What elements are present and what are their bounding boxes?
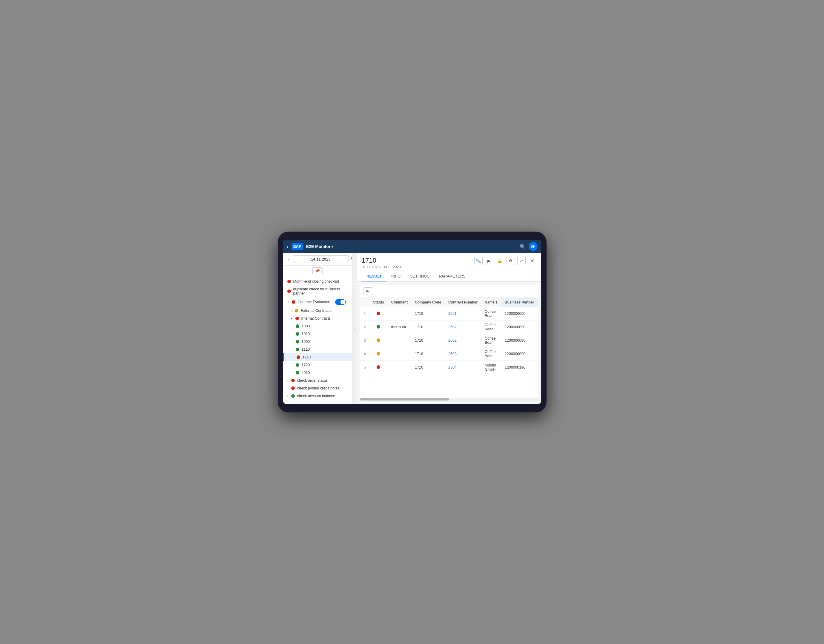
content-area: 1710 01.11.2023 - 30.11.2023 🔍 ▶ 🔓 ⚙ ⤢ ✕ [357,253,541,404]
col-company-code[interactable]: Company Code [411,298,445,307]
cell-name1: Coffee Bean [481,347,501,361]
col-business-partner[interactable]: Business Partner [501,298,538,307]
sidebar-item-check-order[interactable]: › check order status [283,377,352,384]
col-status[interactable]: Status [369,298,387,307]
col-contract-number[interactable]: Contract Number [445,298,481,307]
sidebar-collapse-button[interactable]: › [352,253,357,404]
cell-business-partner: 1200000090 [501,347,538,361]
tab-info[interactable]: INFO [386,271,405,281]
sidebar-item-contract-eval[interactable]: ▾ Contract Evaluation [283,297,352,307]
contract-eval-toggle[interactable] [335,299,346,305]
col-name1[interactable]: Name 1 [481,298,501,307]
data-table: Status Comment Company Code Contract Num… [360,298,538,374]
sidebar-item-internal-contracts[interactable]: ▾ Internal Contracts [283,314,352,322]
lock-button[interactable]: 🔓 [496,257,504,265]
table-row[interactable]: 2 that is ok 1710 2502 Coffee Bean 12000… [360,320,538,334]
table-row[interactable]: 4 1710 2503 Coffee Bean 1200000090 [360,347,538,361]
calendar-icon[interactable]: 📅 [351,257,352,262]
status-dot [296,332,299,336]
status-dot [287,290,291,293]
expand-button[interactable]: ⤢ [517,257,526,265]
contract-number-link[interactable]: 2502 [448,339,457,343]
search-button[interactable]: 🔍 [474,257,483,265]
contract-number-link[interactable]: 2503 [448,352,457,356]
scrollbar-thumb[interactable] [360,398,449,400]
content-header-top: 1710 01.11.2023 - 30.11.2023 🔍 ▶ 🔓 ⚙ ⤢ ✕ [362,257,536,269]
chevron-right-icon: › [287,394,288,398]
cell-business-partner: 1200000090 [501,307,538,320]
shell-bar-right: 🔍 SH [520,242,538,251]
sidebar-item-1110[interactable]: 1110 [283,346,352,353]
sidebar-item-label: 1720 [302,363,310,367]
sidebar-item-1010[interactable]: 1010 [283,330,352,338]
shell-bar-left: ‹ SAP E2E Monitor ▾ [287,243,517,250]
pin-button[interactable]: 📌 [312,267,323,274]
chevron-right-icon: › [291,309,292,313]
status-dot [377,311,380,315]
date-navigation: ‹ 📅 › [283,253,352,265]
edit-button[interactable]: ✏ [363,287,372,295]
cell-num: 4 [360,347,369,361]
sidebar-item-month-end[interactable]: Month-end closing checklist [283,278,352,285]
cell-contract-number[interactable]: 2504 [445,361,481,374]
chevron-right-icon: › [287,379,288,382]
sidebar-list: Month-end closing checklist duplicate ch… [283,276,352,404]
sidebar-item-label: 1000 [302,324,310,328]
cell-contract-number[interactable]: 2502 [445,334,481,347]
prev-date-button[interactable]: ‹ [286,256,291,262]
back-button[interactable]: ‹ [287,244,289,250]
tab-result[interactable]: RESULT [362,271,386,281]
cell-name1: Coffee Bean [481,307,501,320]
col-comment[interactable]: Comment [387,298,411,307]
table-row[interactable]: 1 1710 2501 Coffee Bean 1200000090 [360,307,538,320]
user-avatar[interactable]: SH [529,242,538,251]
cell-contract-number[interactable]: 2502 [445,320,481,334]
table-area: ✏ Status Comment Company Code Contract N… [360,285,538,401]
sidebar-item-check-balance[interactable]: › check account balance [283,392,352,400]
sidebar-item-1000[interactable]: 1000 [283,322,352,330]
sidebar-item-external-contracts[interactable]: › External Contracts [283,307,352,314]
status-dot [296,363,299,367]
table-header-row: Status Comment Company Code Contract Num… [360,298,538,307]
tab-parameters[interactable]: PARAMETERS [434,271,470,281]
date-input[interactable] [293,256,349,263]
sidebar-item-1050[interactable]: 1050 [283,338,352,346]
cell-name1: Coffee Bean [481,320,501,334]
horizontal-scrollbar[interactable] [360,398,538,401]
play-button[interactable]: ▶ [485,257,493,265]
sidebar-item-label: Internal Contracts [301,316,331,320]
cell-contract-number[interactable]: 2503 [445,347,481,361]
contract-number-link[interactable]: 2501 [448,311,457,316]
search-icon[interactable]: 🔍 [520,244,526,250]
sidebar-item-1710[interactable]: 1710 [283,353,352,361]
tab-settings[interactable]: SETTINGS [405,271,434,281]
sidebar-item-label: 1110 [302,347,310,351]
settings-button[interactable]: ⚙ [507,257,515,265]
header-actions: 🔍 ▶ 🔓 ⚙ ⤢ ✕ [474,257,537,265]
table-row[interactable]: 3 1710 2502 Coffee Bean 1200000090 [360,334,538,347]
sidebar-item-label: check account balance [297,394,335,398]
chevron-down-icon: ▾ [291,317,292,320]
cell-contract-number[interactable]: 2501 [445,307,481,320]
status-dot [377,339,380,342]
close-button[interactable]: ✕ [528,257,537,265]
sidebar-item-4010[interactable]: 4010 [283,369,352,377]
toggle-track[interactable] [335,299,346,305]
main-body: ‹ 📅 › 📌 Month-end closing checklist [283,253,541,404]
content-title: 1710 [362,257,401,264]
cell-company-code: 1710 [411,320,445,334]
chevron-down-icon: ▾ [287,301,289,304]
table-row[interactable]: 5 1710 2504 Muster GmbH 1200000190 [360,361,538,374]
status-dot [377,352,380,356]
status-dot [295,309,298,313]
contract-number-link[interactable]: 2504 [448,365,457,370]
cell-comment: that is ok [387,320,411,334]
contract-number-link[interactable]: 2502 [448,325,457,329]
sidebar-item-check-credit[interactable]: › check posted credit notes [283,384,352,392]
cell-num: 1 [360,307,369,320]
content-header: 1710 01.11.2023 - 30.11.2023 🔍 ▶ 🔓 ⚙ ⤢ ✕ [357,253,541,282]
sidebar-item-1720[interactable]: 1720 [283,361,352,369]
sidebar-item-duplicate[interactable]: duplicate check for business partner [283,285,352,297]
app-title: E2E Monitor ▾ [306,244,334,249]
status-dot [377,365,380,369]
